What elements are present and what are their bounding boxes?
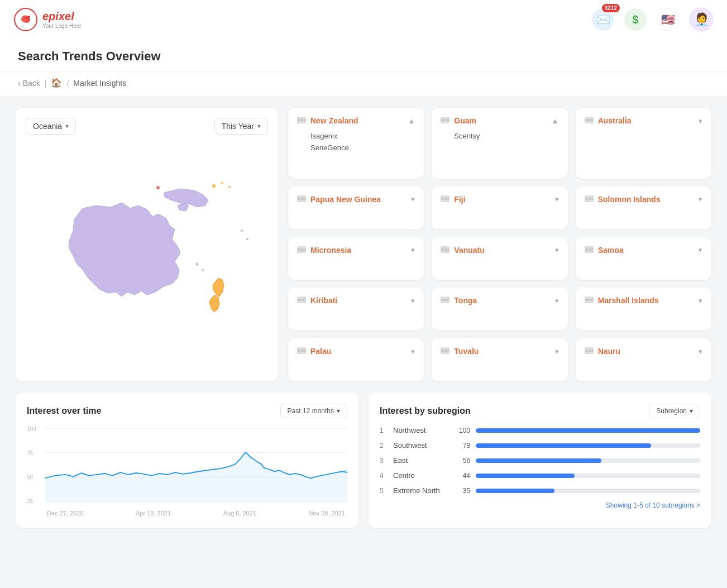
svg-rect-18 — [297, 195, 306, 198]
flag-icon[interactable]: 🇺🇸 — [657, 8, 679, 31]
country-card-header-kiribati: Kiribati▾ — [297, 295, 415, 305]
country-card-vanuatu[interactable]: Vanuatu▾ — [432, 237, 567, 280]
country-card-palau[interactable]: Palau▾ — [288, 338, 424, 381]
showing-text[interactable]: Showing 1-5 of 10 subregions > — [380, 501, 700, 509]
svg-point-6 — [241, 230, 243, 232]
country-card-samoa[interactable]: Samoa▾ — [576, 237, 711, 280]
flag-icon-papua-new-guinea — [297, 194, 306, 204]
country-chevron-fiji: ▾ — [555, 195, 559, 203]
country-chevron-vanuatu: ▾ — [555, 246, 559, 254]
subregion-name-1: Northwest — [393, 426, 449, 434]
svg-point-3 — [228, 186, 231, 188]
avatar[interactable]: 🧑‍💼 — [689, 7, 714, 32]
country-card-header-tuvalu: Tuvalu▾ — [441, 346, 558, 356]
line-chart — [45, 426, 347, 504]
svg-rect-21 — [441, 195, 449, 198]
svg-rect-44 — [585, 301, 594, 303]
year-dropdown[interactable]: This Year ▾ — [214, 118, 268, 135]
country-card-tuvalu[interactable]: Tuvalu▾ — [432, 338, 567, 381]
main-content: Oceania ▾ This Year ▾ — [0, 97, 727, 539]
back-chevron: ‹ — [18, 79, 21, 88]
svg-rect-49 — [441, 350, 449, 352]
country-card-guam[interactable]: Guam▲Scentsy — [432, 108, 567, 179]
map-controls: Oceania ▾ This Year ▾ — [26, 118, 268, 135]
map-card: Oceania ▾ This Year ▾ — [16, 108, 278, 381]
country-card-header-samoa: Samoa▾ — [585, 245, 702, 255]
subregion-bar-3 — [476, 458, 601, 463]
svg-rect-31 — [441, 248, 449, 251]
notification-badge: 3212 — [602, 4, 620, 12]
dollar-icon[interactable]: $ — [624, 8, 647, 31]
country-card-australia[interactable]: Australia▾ — [576, 108, 711, 179]
country-chevron-papua-new-guinea: ▾ — [411, 195, 415, 203]
subregion-row-4: 4 Centre 44 — [380, 471, 700, 480]
subregion-title: Interest by subregion — [380, 406, 471, 416]
year-chevron: ▾ — [257, 122, 261, 130]
svg-rect-22 — [441, 198, 449, 200]
country-sub-items-guam: Scentsy — [441, 130, 558, 142]
svg-rect-38 — [297, 301, 306, 303]
subregion-rank-1: 1 — [380, 427, 388, 434]
chart-filter-btn[interactable]: Past 12 months ▾ — [280, 404, 347, 418]
subregion-name-2: Southwest — [393, 441, 449, 450]
svg-rect-23 — [441, 200, 449, 202]
country-chevron-nauru: ▾ — [699, 347, 702, 356]
country-chevron-samoa: ▾ — [699, 246, 702, 254]
country-card-header-solomon-islands: Solomon Islands▾ — [585, 194, 702, 204]
top-section: Oceania ▾ This Year ▾ — [16, 108, 711, 381]
country-card-tonga[interactable]: Tonga▾ — [432, 288, 567, 331]
country-name-fiji: Fiji — [454, 195, 465, 204]
svg-rect-51 — [585, 347, 594, 350]
svg-point-7 — [246, 238, 248, 240]
subregion-filter-label: Subregion — [656, 407, 687, 415]
subregion-filter-btn[interactable]: Subregion ▾ — [649, 404, 700, 418]
country-name-new-zealand: New Zealand — [310, 116, 358, 125]
separator-2: / — [66, 79, 69, 88]
country-chevron-tonga: ▾ — [555, 297, 559, 305]
page-title: Search Trends Overview — [18, 49, 709, 64]
country-card-solomon-islands[interactable]: Solomon Islands▾ — [576, 187, 711, 230]
country-card-new-zealand[interactable]: New Zealand▲IsagenixSeneGence — [288, 108, 424, 179]
country-card-kiribati[interactable]: Kiribati▾ — [288, 288, 424, 331]
subregion-bar-bg-3 — [476, 458, 700, 463]
flag-icon-guam — [441, 116, 449, 126]
page-title-bar: Search Trends Overview — [0, 39, 727, 72]
subregion-filter-chevron: ▾ — [690, 407, 693, 415]
breadcrumb: ‹ Back | 🏠 / Market Insights — [0, 72, 727, 97]
country-card-marshall-islands[interactable]: Marshall Islands▾ — [576, 288, 711, 331]
mail-notification[interactable]: ✉️ 3212 — [592, 8, 614, 31]
chart-filter-label: Past 12 months — [288, 407, 334, 415]
svg-rect-17 — [585, 121, 594, 123]
svg-rect-42 — [585, 297, 594, 299]
home-icon[interactable]: 🏠 — [51, 78, 62, 88]
subregion-bar-5 — [476, 489, 554, 493]
region-dropdown[interactable]: Oceania ▾ — [26, 118, 76, 135]
flag-icon-samoa — [585, 245, 594, 255]
chart-title: Interest over time — [27, 406, 101, 416]
country-card-papua-new-guinea[interactable]: Papua New Guinea▾ — [288, 187, 424, 230]
subregion-bar-bg-5 — [476, 489, 700, 493]
country-name-tonga: Tonga — [454, 296, 477, 305]
svg-marker-58 — [45, 452, 347, 502]
flag-icon-tuvalu — [441, 346, 449, 356]
country-card-header-new-zealand: New Zealand▲ — [297, 116, 415, 126]
back-button[interactable]: ‹ Back — [18, 79, 40, 88]
country-card-header-fiji: Fiji▾ — [441, 194, 558, 204]
bottom-section: Interest over time Past 12 months ▾ 100 … — [16, 393, 711, 528]
svg-rect-45 — [297, 347, 306, 350]
back-label: Back — [23, 79, 40, 88]
svg-rect-19 — [297, 198, 306, 200]
country-card-nauru[interactable]: Nauru▾ — [576, 338, 711, 381]
header-actions: ✉️ 3212 $ 🇺🇸 🧑‍💼 — [592, 7, 714, 32]
svg-rect-14 — [441, 121, 449, 123]
country-chevron-micronesia: ▾ — [411, 246, 415, 254]
country-chevron-marshall-islands: ▾ — [699, 297, 702, 305]
country-name-marshall-islands: Marshall Islands — [598, 296, 659, 305]
country-card-micronesia[interactable]: Micronesia▾ — [288, 237, 424, 280]
svg-rect-12 — [441, 117, 449, 119]
country-sub-items-new-zealand: IsagenixSeneGence — [297, 130, 415, 154]
svg-rect-32 — [441, 251, 449, 253]
subregion-bar-1 — [476, 428, 700, 433]
country-card-fiji[interactable]: Fiji▾ — [432, 187, 567, 230]
svg-rect-29 — [297, 251, 306, 253]
